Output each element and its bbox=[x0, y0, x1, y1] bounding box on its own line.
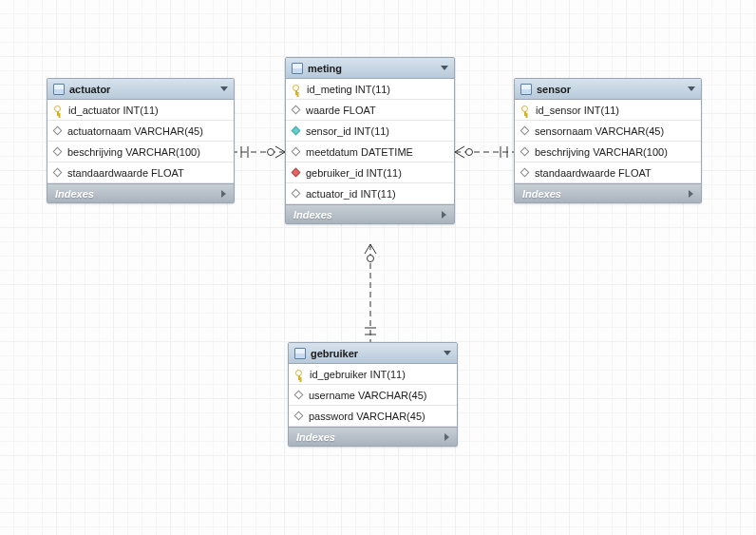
column-row[interactable]: id_actuator INT(11) bbox=[47, 100, 234, 121]
collapse-icon[interactable] bbox=[444, 351, 451, 355]
column-icon bbox=[292, 147, 301, 157]
column-icon bbox=[53, 168, 63, 178]
table-header-gebruiker[interactable]: gebruiker bbox=[289, 343, 457, 364]
expand-icon bbox=[444, 433, 449, 441]
column-label: standaardwaarde FLOAT bbox=[535, 167, 652, 179]
primary-key-icon bbox=[53, 105, 63, 115]
indexes-section[interactable]: Indexes bbox=[515, 183, 701, 202]
column-row[interactable]: sensor_id INT(11) bbox=[286, 121, 454, 142]
column-icon bbox=[294, 391, 304, 400]
expand-icon bbox=[221, 190, 226, 198]
expand-icon bbox=[442, 211, 446, 219]
table-sensor[interactable]: sensor id_sensor INT(11) sensornaam VARC… bbox=[514, 78, 702, 203]
column-row[interactable]: id_meting INT(11) bbox=[286, 79, 454, 100]
collapse-icon[interactable] bbox=[220, 86, 228, 91]
column-label: username VARCHAR(45) bbox=[309, 390, 427, 401]
column-row[interactable]: actuator_id INT(11) bbox=[286, 183, 454, 204]
column-icon bbox=[520, 168, 530, 178]
column-row[interactable]: gebruiker_id INT(11) bbox=[286, 162, 454, 183]
column-icon bbox=[294, 411, 304, 421]
svg-line-13 bbox=[365, 244, 370, 254]
column-row[interactable]: id_gebruiker INT(11) bbox=[289, 364, 457, 385]
table-title: gebruiker bbox=[311, 348, 444, 359]
column-label: sensornaam VARCHAR(45) bbox=[535, 125, 664, 137]
column-label: id_sensor INT(11) bbox=[536, 105, 619, 116]
column-label: standaardwaarde FLOAT bbox=[67, 167, 184, 179]
primary-key-icon bbox=[520, 105, 530, 115]
column-icon bbox=[292, 105, 301, 115]
column-label: sensor_id INT(11) bbox=[306, 125, 389, 137]
indexes-label: Indexes bbox=[55, 188, 94, 200]
column-icon bbox=[53, 126, 63, 136]
column-label: actuator_id INT(11) bbox=[306, 188, 396, 200]
column-label: id_gebruiker INT(11) bbox=[310, 369, 406, 380]
column-label: waarde FLOAT bbox=[306, 105, 376, 116]
table-gebruiker[interactable]: gebruiker id_gebruiker INT(11) username … bbox=[288, 342, 458, 447]
indexes-label: Indexes bbox=[296, 431, 335, 443]
indexes-section[interactable]: Indexes bbox=[289, 427, 457, 446]
indexes-label: Indexes bbox=[293, 209, 332, 220]
column-label: gebruiker_id INT(11) bbox=[306, 167, 402, 179]
svg-line-7 bbox=[455, 146, 464, 152]
column-row[interactable]: meetdatum DATETIME bbox=[286, 142, 454, 162]
column-icon bbox=[520, 147, 530, 157]
svg-line-14 bbox=[370, 244, 376, 254]
primary-key-icon bbox=[292, 85, 301, 94]
table-title: actuator bbox=[69, 84, 220, 95]
column-label: beschrijving VARCHAR(100) bbox=[67, 146, 200, 158]
column-row[interactable]: password VARCHAR(45) bbox=[289, 406, 457, 427]
column-icon bbox=[53, 147, 63, 157]
column-icon bbox=[292, 126, 301, 136]
column-row[interactable]: sensornaam VARCHAR(45) bbox=[515, 121, 701, 142]
column-label: beschrijving VARCHAR(100) bbox=[535, 146, 668, 158]
table-actuator[interactable]: actuator id_actuator INT(11) actuatornaa… bbox=[47, 78, 235, 203]
column-row[interactable]: actuatornaam VARCHAR(45) bbox=[47, 121, 234, 142]
column-row[interactable]: beschrijving VARCHAR(100) bbox=[515, 142, 701, 162]
table-header-meting[interactable]: meting bbox=[286, 58, 454, 79]
collapse-icon[interactable] bbox=[441, 66, 448, 70]
table-icon bbox=[520, 84, 532, 95]
column-icon bbox=[292, 168, 301, 178]
table-title: sensor bbox=[537, 84, 688, 95]
table-icon bbox=[53, 84, 65, 95]
table-title: meting bbox=[308, 63, 441, 74]
table-header-actuator[interactable]: actuator bbox=[47, 79, 234, 100]
svg-point-9 bbox=[466, 149, 473, 156]
table-icon bbox=[294, 348, 306, 359]
column-row[interactable]: id_sensor INT(11) bbox=[515, 100, 701, 121]
indexes-label: Indexes bbox=[522, 188, 561, 200]
column-row[interactable]: username VARCHAR(45) bbox=[289, 385, 457, 406]
indexes-section[interactable]: Indexes bbox=[286, 204, 454, 223]
svg-point-3 bbox=[268, 149, 274, 156]
expand-icon bbox=[689, 190, 693, 198]
column-row[interactable]: beschrijving VARCHAR(100) bbox=[47, 142, 234, 162]
svg-line-2 bbox=[275, 152, 285, 158]
table-icon bbox=[292, 63, 303, 74]
column-label: id_actuator INT(11) bbox=[68, 105, 159, 116]
column-label: meetdatum DATETIME bbox=[306, 146, 413, 158]
table-header-sensor[interactable]: sensor bbox=[515, 79, 701, 100]
svg-line-1 bbox=[275, 146, 285, 152]
svg-line-8 bbox=[455, 152, 464, 158]
table-meting[interactable]: meting id_meting INT(11) waarde FLOAT se… bbox=[285, 57, 455, 224]
column-label: id_meting INT(11) bbox=[307, 84, 390, 95]
column-icon bbox=[292, 189, 301, 199]
column-label: password VARCHAR(45) bbox=[309, 411, 425, 422]
column-icon bbox=[520, 126, 530, 136]
indexes-section[interactable]: Indexes bbox=[47, 183, 234, 202]
column-row[interactable]: standaardwaarde FLOAT bbox=[515, 162, 701, 183]
primary-key-icon bbox=[294, 370, 304, 379]
svg-point-15 bbox=[368, 256, 374, 262]
column-row[interactable]: waarde FLOAT bbox=[286, 100, 454, 121]
column-row[interactable]: standaardwaarde FLOAT bbox=[47, 162, 234, 183]
collapse-icon[interactable] bbox=[688, 86, 695, 91]
column-label: actuatornaam VARCHAR(45) bbox=[67, 125, 203, 137]
